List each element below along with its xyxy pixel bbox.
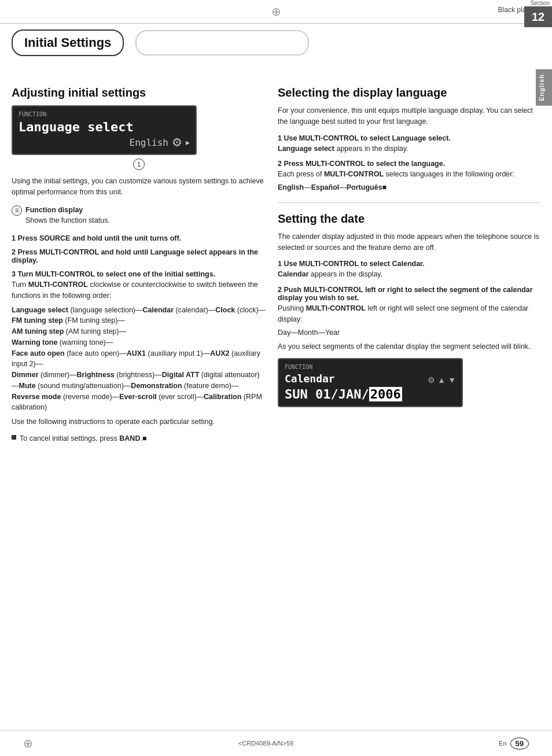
step3-seq-bold1: Language select — [12, 306, 68, 314]
lang-step1-header: 1 Use MULTI-CONTROL to select Language s… — [278, 134, 540, 142]
footer-en-label: En — [499, 740, 506, 747]
step3-seq-bold14: Demonstration — [131, 382, 182, 390]
footer-center-text: <CRD4089-A/N>59 — [238, 740, 293, 747]
page: ⊕ Black plate (59,1) Section 12 English … — [0, 0, 552, 756]
display1-icon: ⚙ — [172, 135, 182, 149]
callout-area: 1 — [12, 158, 266, 170]
step3-seq-bold3: Clock — [215, 306, 235, 314]
bullet-square-icon — [12, 435, 16, 440]
callout-circle-1: 1 — [133, 158, 145, 170]
step3-seq-bold5: AM tuning step — [12, 327, 64, 335]
step3-body: Turn MULTI-CONTROL clockwise or counterc… — [12, 279, 266, 301]
lang-step-1: 1 Use MULTI-CONTROL to select Language s… — [278, 134, 540, 154]
step3-seq-bold6: Warning tone — [12, 338, 57, 346]
function-note-content: Function display Shows the function stat… — [25, 205, 110, 227]
footer-page-area: En 59 — [499, 737, 529, 750]
step3-bold1: MULTI-CONTROL — [28, 281, 88, 289]
lang-step-2: 2 Press MULTI-CONTROL to select the lang… — [278, 160, 540, 193]
step3-sequence: Language select (language selection)—Cal… — [12, 305, 266, 414]
content-area: Initial Settings Adjusting initial setti… — [0, 24, 552, 491]
function-display-label: Function display — [25, 206, 83, 214]
footer-page-number: 59 — [510, 737, 529, 750]
step1-header: 1 Press SOURCE and hold until the unit t… — [12, 234, 266, 242]
step3-seq-bold11: Brightness — [77, 371, 115, 379]
cal-icon-1: ⚙ — [428, 375, 435, 385]
display1-sub-text: English — [130, 137, 168, 148]
step3-seq-bold9: AUX2 — [210, 349, 229, 357]
step2-header: 2 Press MULTI-CONTROL and hold until Lan… — [12, 248, 266, 264]
step3-seq-bold17: Calibration — [204, 393, 241, 401]
section-badge: Section 12 — [524, 0, 552, 27]
display1-main-text: Language select — [19, 120, 190, 134]
lang-sequence: English—Español—Português■ — [278, 182, 540, 193]
bullet-note: To cancel initial settings, press BAND.■ — [12, 433, 266, 444]
cal-icons: ⚙ ▲ ▼ — [428, 375, 456, 385]
header-right-empty-box — [135, 30, 309, 56]
date-step1-bold: Calendar — [278, 270, 309, 278]
lang-step2-bold: MULTI-CONTROL — [324, 170, 384, 178]
date-step2-bold: MULTI-CONTROL — [306, 304, 366, 312]
display1-top-bar: FUNCTION — [19, 111, 190, 117]
lang-seq-portugues: Português — [347, 183, 382, 191]
function-display-desc: Shows the function status. — [25, 216, 110, 224]
date-step-1: 1 Use MULTI-CONTROL to select Calendar. … — [278, 260, 540, 280]
lang-step2-header: 2 Press MULTI-CONTROL to select the lang… — [278, 160, 540, 168]
left-column: Adjusting initial settings FUNCTION Lang… — [12, 77, 266, 444]
intro-text: Using the initial settings, you can cust… — [12, 176, 266, 198]
cal-label: Calendar — [285, 373, 335, 385]
cal-icon-3: ▼ — [448, 375, 456, 385]
date-step2-sequence: Day—Month—Year — [278, 327, 540, 338]
step3-footer: Use the following instructions to operat… — [12, 416, 266, 427]
step3-seq-bold8: AUX1 — [127, 349, 146, 357]
step3-seq-bold16: Ever-scroll — [119, 393, 157, 401]
step3-seq-bold7: Face auto open — [12, 349, 65, 357]
cal-top-bar: FUNCTION — [285, 364, 456, 370]
date-step1-header: 1 Use MULTI-CONTROL to select Calendar. — [278, 260, 540, 268]
step-3: 3 Turn MULTI-CONTROL to select one of th… — [12, 270, 266, 427]
footer-crosshair-icon: ⊕ — [23, 736, 33, 750]
function-note-circle: ① — [12, 205, 22, 216]
adjusting-section-title: Adjusting initial settings — [12, 86, 266, 99]
step-2: 2 Press MULTI-CONTROL and hold until Lan… — [12, 248, 266, 264]
setting-date-title: Setting the date — [278, 212, 540, 226]
header-row: Initial Settings — [12, 29, 540, 68]
step3-seq-bold2: Calendar — [143, 306, 174, 314]
date-step2-footer: As you select segments of the calendar d… — [278, 341, 540, 352]
step3-seq-bold13: Mute — [19, 382, 36, 390]
initial-settings-box: Initial Settings — [12, 29, 124, 56]
selecting-language-title: Selecting the display language — [278, 86, 540, 99]
lang-seq-english: English — [278, 183, 304, 191]
top-area: ⊕ Black plate (59,1) — [0, 0, 552, 24]
bullet-bold: BAND — [119, 434, 140, 442]
step3-seq-bold12: Digital ATT — [162, 371, 200, 379]
step-1: 1 Press SOURCE and hold until the unit t… — [12, 234, 266, 242]
cal-date: SUN 01/JAN/2006 — [285, 387, 456, 401]
date-intro: The calender display adjusted in this mo… — [278, 231, 540, 253]
bullet-text: To cancel initial settings, press BAND.■ — [20, 433, 146, 444]
date-step1-body: Calendar appears in the display. — [278, 269, 540, 280]
step3-seq-bold4: FM tuning step — [12, 316, 63, 324]
step3-seq-bold10: Dimmer — [12, 371, 39, 379]
date-step2-header: 2 Push MULTI-CONTROL left or right to se… — [278, 286, 540, 302]
top-crosshair-icon: ⊕ — [271, 5, 281, 19]
lang-step1-body: Language select appears in the display. — [278, 143, 540, 154]
lang-seq-espanol: Español — [311, 183, 340, 191]
cal-year-highlight: 2006 — [369, 387, 402, 401]
cal-icon-2: ▲ — [437, 375, 446, 385]
page-title: Initial Settings — [24, 35, 111, 50]
language-intro: For your convenience, this unit equips m… — [278, 105, 540, 127]
footer: ⊕ <CRD4089-A/N>59 En 59 — [0, 730, 552, 756]
section-label: Section — [524, 0, 552, 6]
lang-step2-body: Each press of MULTI-CONTROL selects lang… — [278, 169, 540, 180]
date-step2-body: Pushing MULTI-CONTROL left or right will… — [278, 303, 540, 325]
calendar-display-mockup: FUNCTION Calendar ⚙ ▲ ▼ SUN 01/JAN/2006 — [278, 358, 463, 407]
display-mockup-1: FUNCTION Language select English ⚙ ▸ — [12, 105, 197, 155]
date-step-2: 2 Push MULTI-CONTROL left or right to se… — [278, 286, 540, 352]
display1-arrow-icon: ▸ — [186, 138, 190, 147]
right-column: Selecting the display language For your … — [278, 77, 540, 444]
lang-step1-bold: Language select — [278, 145, 334, 153]
function-display-note: ① Function display Shows the function st… — [12, 205, 266, 227]
two-col-layout: Adjusting initial settings FUNCTION Lang… — [12, 77, 540, 444]
step3-seq-bold15: Reverse mode — [12, 393, 61, 401]
section-divider — [278, 202, 540, 203]
